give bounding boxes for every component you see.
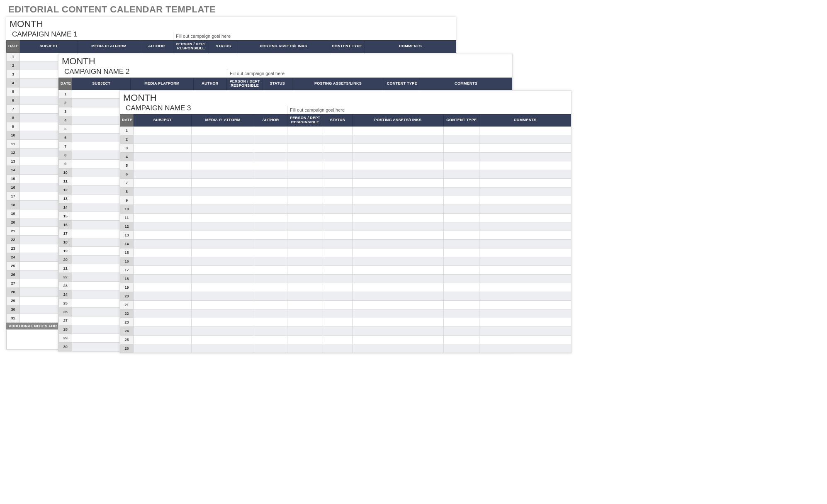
campaign-goal[interactable]: Fill out campaign goal here xyxy=(227,69,512,78)
data-cell[interactable] xyxy=(192,326,254,335)
data-cell[interactable] xyxy=(287,213,323,222)
data-cell[interactable] xyxy=(192,126,254,135)
data-cell[interactable] xyxy=(134,326,192,335)
data-cell[interactable] xyxy=(352,187,444,196)
data-cell[interactable] xyxy=(479,274,571,283)
data-cell[interactable] xyxy=(352,248,444,257)
data-cell[interactable] xyxy=(444,222,479,231)
data-cell[interactable] xyxy=(134,135,192,144)
data-cell[interactable] xyxy=(287,335,323,344)
data-cell[interactable] xyxy=(352,300,444,309)
data-cell[interactable] xyxy=(323,292,352,300)
data-cell[interactable] xyxy=(192,300,254,309)
data-cell[interactable] xyxy=(287,292,323,300)
data-cell[interactable] xyxy=(444,170,479,178)
data-cell[interactable] xyxy=(287,144,323,152)
data-cell[interactable] xyxy=(192,170,254,178)
data-cell[interactable] xyxy=(287,205,323,213)
data-cell[interactable] xyxy=(444,126,479,135)
data-cell[interactable] xyxy=(352,170,444,178)
data-cell[interactable] xyxy=(323,309,352,318)
data-cell[interactable] xyxy=(192,265,254,274)
data-cell[interactable] xyxy=(444,318,479,326)
data-cell[interactable] xyxy=(479,161,571,170)
data-cell[interactable] xyxy=(134,239,192,248)
data-cell[interactable] xyxy=(479,205,571,213)
data-cell[interactable] xyxy=(192,335,254,344)
data-cell[interactable] xyxy=(134,248,192,257)
data-cell[interactable] xyxy=(352,144,444,152)
data-cell[interactable] xyxy=(479,344,571,353)
data-cell[interactable] xyxy=(444,335,479,344)
data-cell[interactable] xyxy=(134,292,192,300)
data-cell[interactable] xyxy=(352,196,444,205)
data-cell[interactable] xyxy=(254,213,287,222)
data-cell[interactable] xyxy=(254,326,287,335)
data-cell[interactable] xyxy=(287,248,323,257)
data-cell[interactable] xyxy=(352,152,444,161)
data-cell[interactable] xyxy=(192,152,254,161)
data-cell[interactable] xyxy=(444,283,479,292)
data-cell[interactable] xyxy=(444,161,479,170)
data-cell[interactable] xyxy=(479,213,571,222)
data-cell[interactable] xyxy=(479,265,571,274)
data-cell[interactable] xyxy=(352,126,444,135)
data-cell[interactable] xyxy=(479,318,571,326)
data-cell[interactable] xyxy=(192,135,254,144)
data-cell[interactable] xyxy=(192,239,254,248)
data-cell[interactable] xyxy=(287,196,323,205)
data-cell[interactable] xyxy=(192,187,254,196)
data-cell[interactable] xyxy=(352,283,444,292)
data-cell[interactable] xyxy=(323,126,352,135)
data-cell[interactable] xyxy=(287,126,323,135)
data-cell[interactable] xyxy=(323,187,352,196)
data-cell[interactable] xyxy=(479,248,571,257)
data-cell[interactable] xyxy=(192,205,254,213)
data-cell[interactable] xyxy=(479,222,571,231)
data-cell[interactable] xyxy=(134,152,192,161)
data-cell[interactable] xyxy=(352,274,444,283)
data-cell[interactable] xyxy=(254,344,287,353)
data-cell[interactable] xyxy=(479,326,571,335)
data-cell[interactable] xyxy=(192,231,254,239)
data-cell[interactable] xyxy=(479,196,571,205)
data-cell[interactable] xyxy=(479,335,571,344)
data-cell[interactable] xyxy=(287,283,323,292)
data-cell[interactable] xyxy=(254,170,287,178)
data-cell[interactable] xyxy=(254,239,287,248)
data-cell[interactable] xyxy=(444,248,479,257)
data-cell[interactable] xyxy=(444,292,479,300)
data-cell[interactable] xyxy=(287,178,323,187)
data-cell[interactable] xyxy=(444,344,479,353)
data-cell[interactable] xyxy=(323,213,352,222)
data-cell[interactable] xyxy=(323,335,352,344)
data-cell[interactable] xyxy=(192,161,254,170)
data-cell[interactable] xyxy=(192,283,254,292)
data-cell[interactable] xyxy=(352,161,444,170)
data-cell[interactable] xyxy=(134,222,192,231)
data-cell[interactable] xyxy=(352,292,444,300)
data-cell[interactable] xyxy=(254,309,287,318)
data-cell[interactable] xyxy=(444,144,479,152)
data-cell[interactable] xyxy=(134,257,192,265)
data-cell[interactable] xyxy=(323,283,352,292)
data-cell[interactable] xyxy=(352,213,444,222)
data-cell[interactable] xyxy=(192,274,254,283)
data-cell[interactable] xyxy=(323,152,352,161)
data-cell[interactable] xyxy=(352,326,444,335)
data-cell[interactable] xyxy=(352,335,444,344)
data-cell[interactable] xyxy=(444,205,479,213)
data-cell[interactable] xyxy=(192,196,254,205)
data-cell[interactable] xyxy=(444,265,479,274)
data-cell[interactable] xyxy=(479,231,571,239)
data-cell[interactable] xyxy=(192,144,254,152)
data-cell[interactable] xyxy=(287,222,323,231)
data-cell[interactable] xyxy=(134,170,192,178)
data-cell[interactable] xyxy=(134,300,192,309)
data-cell[interactable] xyxy=(323,248,352,257)
data-cell[interactable] xyxy=(444,178,479,187)
data-cell[interactable] xyxy=(479,170,571,178)
data-cell[interactable] xyxy=(192,318,254,326)
data-cell[interactable] xyxy=(192,178,254,187)
data-cell[interactable] xyxy=(323,274,352,283)
